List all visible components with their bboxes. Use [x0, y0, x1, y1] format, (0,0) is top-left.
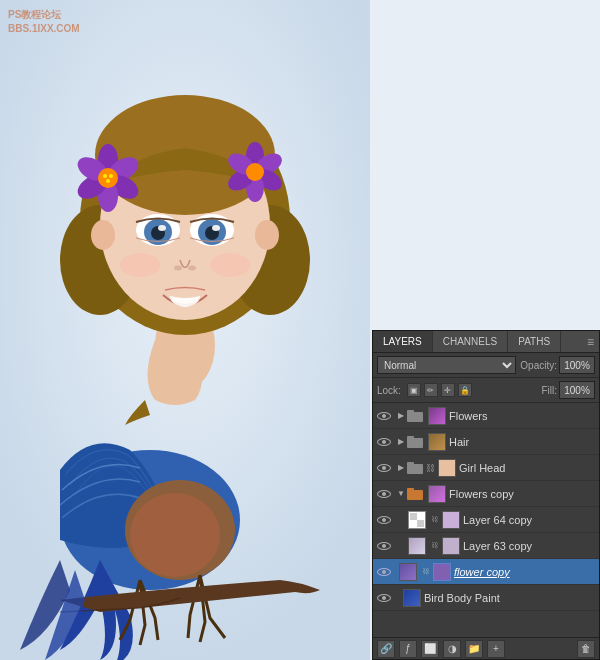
layer-row-layer63[interactable]: ⛓ Layer 63 copy — [373, 533, 599, 559]
layer-visibility-flowers[interactable] — [375, 407, 393, 425]
layer-row-girl-head[interactable]: ▶ ⛓ Girl Head — [373, 455, 599, 481]
tab-layers[interactable]: LAYERS — [373, 331, 433, 352]
svg-point-7 — [91, 220, 115, 250]
layer-arrow-flowers-copy[interactable]: ▼ — [395, 488, 407, 500]
panel-bottom-bar: 🔗 ƒ ⬜ ◑ 📁 + 🗑 — [373, 637, 599, 659]
tab-paths[interactable]: PATHS — [508, 331, 561, 352]
layer-style-btn[interactable]: ƒ — [399, 640, 417, 658]
adjustment-layer-btn[interactable]: ◑ — [443, 640, 461, 658]
svg-point-12 — [158, 225, 166, 231]
lock-row: Lock: ▣ ✏ ✛ 🔒 Fill: — [373, 378, 599, 403]
artwork-canvas: PS教程论坛 BBS.1IXX.COM — [0, 0, 370, 660]
delete-layer-btn[interactable]: 🗑 — [577, 640, 595, 658]
svg-point-29 — [109, 174, 113, 178]
photoshop-panel: LAYERS CHANNELS PATHS ≡ Normal Opacity: … — [372, 330, 600, 660]
chain-icon-layer63: ⛓ — [429, 537, 439, 555]
svg-point-19 — [120, 253, 160, 277]
lock-icons: ▣ ✏ ✛ 🔒 — [407, 383, 472, 397]
layer-name-girl-head: Girl Head — [459, 462, 597, 474]
fill-group: Fill: — [541, 381, 595, 399]
layer-visibility-flowers-copy[interactable] — [375, 485, 393, 503]
layer-thumb-bird-body — [403, 589, 421, 607]
layer-thumb-layer63 — [408, 537, 426, 555]
svg-point-8 — [255, 220, 279, 250]
svg-point-37 — [246, 163, 264, 181]
chain-icon-flower-copy: ⛓ — [420, 563, 430, 581]
panel-menu-button[interactable]: ≡ — [582, 331, 599, 352]
folder-icon-flowers-copy — [407, 488, 423, 500]
layer-mask-layer64 — [442, 511, 460, 529]
layer-name-hair: Hair — [449, 436, 597, 448]
layer-visibility-hair[interactable] — [375, 433, 393, 451]
folder-icon-flowers — [407, 410, 423, 422]
fill-label: Fill: — [541, 385, 557, 396]
layer-group-btn[interactable]: 📁 — [465, 640, 483, 658]
watermark: PS教程论坛 BBS.1IXX.COM — [8, 8, 80, 36]
blend-mode-row: Normal Opacity: — [373, 353, 599, 378]
layer-row-flowers-copy[interactable]: ▼ Flowers copy — [373, 481, 599, 507]
svg-rect-42 — [410, 513, 417, 520]
svg-point-28 — [103, 174, 107, 178]
layer-visibility-girl-head[interactable] — [375, 459, 393, 477]
layer-name-flower-copy: flower copy — [454, 566, 597, 578]
layer-visibility-bird-body[interactable] — [375, 589, 393, 607]
link-layers-btn[interactable]: 🔗 — [377, 640, 395, 658]
svg-point-40 — [130, 493, 220, 577]
opacity-input[interactable] — [559, 356, 595, 374]
layer-visibility-layer64[interactable] — [375, 511, 393, 529]
lock-label: Lock: — [377, 385, 401, 396]
svg-point-18 — [188, 266, 196, 271]
layer-thumb-flower-copy — [399, 563, 417, 581]
layers-list[interactable]: ▶ Flowers ▶ Hair ▶ ⛓ Girl Head — [373, 403, 599, 637]
layer-row-hair[interactable]: ▶ Hair — [373, 429, 599, 455]
layer-name-flowers-copy: Flowers copy — [449, 488, 597, 500]
layer-arrow-girl-head[interactable]: ▶ — [395, 462, 407, 474]
layer-mask-btn[interactable]: ⬜ — [421, 640, 439, 658]
layer-name-layer64: Layer 64 copy — [463, 514, 597, 526]
layer-name-layer63: Layer 63 copy — [463, 540, 597, 552]
lock-all-btn[interactable]: 🔒 — [458, 383, 472, 397]
fill-input[interactable] — [559, 381, 595, 399]
layer-mask-layer63 — [442, 537, 460, 555]
svg-point-27 — [98, 168, 118, 188]
layer-visibility-flower-copy[interactable] — [375, 563, 393, 581]
chain-icon-girl-head: ⛓ — [425, 459, 435, 477]
layer-arrow-flowers[interactable]: ▶ — [395, 410, 407, 422]
layer-name-bird-body: Bird Body Paint — [424, 592, 597, 604]
layer-row-flowers[interactable]: ▶ Flowers — [373, 403, 599, 429]
layer-thumb-hair — [428, 433, 446, 451]
layer-thumb-girl-head — [438, 459, 456, 477]
lock-position-btn[interactable]: ✛ — [441, 383, 455, 397]
layer-mask-flower-copy — [433, 563, 451, 581]
svg-point-30 — [106, 179, 110, 183]
svg-point-16 — [212, 225, 220, 231]
layer-name-flowers: Flowers — [449, 410, 597, 422]
svg-point-20 — [210, 253, 250, 277]
blend-mode-select[interactable]: Normal — [377, 356, 516, 374]
layer-thumb-layer64 — [408, 511, 426, 529]
panel-tabs: LAYERS CHANNELS PATHS ≡ — [373, 331, 599, 353]
folder-icon-girl-head — [407, 462, 423, 474]
layer-arrow-hair[interactable]: ▶ — [395, 436, 407, 448]
tab-channels[interactable]: CHANNELS — [433, 331, 508, 352]
layer-row-layer64[interactable]: ⛓ Layer 64 copy — [373, 507, 599, 533]
chain-icon-layer64: ⛓ — [429, 511, 439, 529]
layer-thumb-flowers — [428, 407, 446, 425]
lock-transparent-btn[interactable]: ▣ — [407, 383, 421, 397]
folder-icon-hair — [407, 436, 423, 448]
new-layer-btn[interactable]: + — [487, 640, 505, 658]
svg-rect-43 — [417, 520, 424, 527]
layer-row-bird-body[interactable]: Bird Body Paint — [373, 585, 599, 611]
layer-thumb-flowers-copy — [428, 485, 446, 503]
opacity-label: Opacity: — [520, 360, 557, 371]
lock-image-btn[interactable]: ✏ — [424, 383, 438, 397]
layer-row-flower-copy[interactable]: ⛓ flower copy — [373, 559, 599, 585]
opacity-group: Opacity: — [520, 356, 595, 374]
svg-point-17 — [174, 266, 182, 271]
illustration-svg — [0, 0, 370, 660]
layer-visibility-layer63[interactable] — [375, 537, 393, 555]
